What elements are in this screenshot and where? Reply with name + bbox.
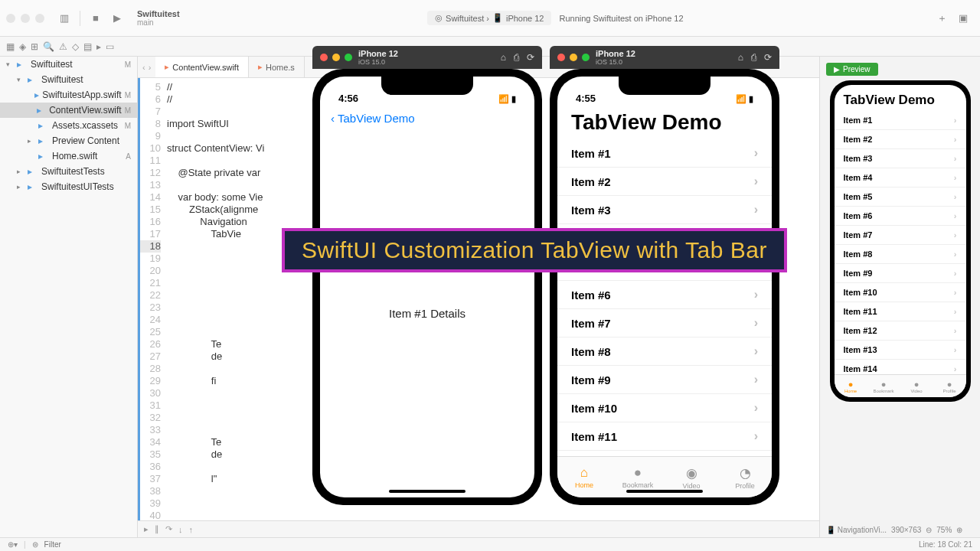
home-icon[interactable]: ⌂ — [501, 52, 506, 63]
nav-item[interactable]: ▸ContentView.swiftM — [0, 103, 137, 118]
list-row[interactable]: Item #10› — [557, 394, 772, 422]
minimize-light[interactable] — [21, 14, 30, 23]
screenshot-icon[interactable]: ⎙ — [514, 52, 519, 63]
tab-profile[interactable]: ●Profile — [933, 375, 966, 397]
tab-profile[interactable]: ◔Profile — [718, 457, 772, 497]
sim-min-icon[interactable] — [332, 54, 340, 61]
sidebar-toggle-icon[interactable]: ▥ — [55, 9, 74, 28]
forward-icon[interactable]: › — [149, 63, 152, 72]
list-row[interactable]: Item #5› — [835, 187, 966, 207]
chevron-right-icon: › — [754, 288, 758, 302]
nav-item[interactable]: ▸SwiftuitestApp.swiftM — [0, 87, 137, 103]
list-row[interactable]: Item #7› — [835, 226, 966, 245]
tab-video[interactable]: ●Video — [900, 375, 933, 397]
preview-resume-button[interactable]: ▶ Preview — [826, 63, 878, 76]
breakpoint-icon[interactable]: ▸ — [144, 524, 149, 534]
list-row[interactable]: Item #1› — [835, 111, 966, 130]
window-toolbar: ▥ ■ ▶ Swiftuitest main ◎ Swiftuitest › 📱… — [0, 0, 980, 37]
report-nav-icon[interactable]: ▭ — [106, 41, 114, 52]
continue-icon[interactable]: ∥ — [155, 524, 159, 534]
list-row[interactable]: Item #2› — [557, 168, 772, 196]
folder-nav-icon[interactable]: ▦ — [6, 41, 15, 52]
filter-icon[interactable]: ⊜ — [32, 540, 38, 549]
add-target-icon[interactable]: ⊕▾ — [8, 540, 18, 549]
step-in-icon[interactable]: ↓ — [178, 525, 183, 534]
step-out-icon[interactable]: ↑ — [189, 525, 194, 534]
symbol-nav-icon[interactable]: ⊞ — [31, 41, 38, 52]
zoom-in-icon[interactable]: ⊕ — [956, 526, 962, 534]
list-row[interactable]: Item #13› — [835, 341, 966, 360]
zoom-light[interactable] — [35, 14, 44, 23]
play-icon: ▶ — [834, 65, 840, 73]
editor-tab[interactable]: ▸ContentView.swift — [155, 57, 249, 77]
step-over-icon[interactable]: ↷ — [165, 524, 172, 534]
activity-status: Running Swiftuitest on iPhone 12 — [559, 14, 683, 23]
list-row[interactable]: Item #9› — [557, 366, 772, 394]
breakpoint-nav-icon[interactable]: ▸ — [96, 41, 101, 52]
list-row[interactable]: Item #12› — [557, 451, 772, 456]
list-row[interactable]: Item #12› — [835, 321, 966, 341]
sim-close-icon[interactable] — [320, 54, 328, 61]
list-row[interactable]: Item #3› — [557, 196, 772, 224]
sim-close-icon[interactable] — [557, 54, 565, 61]
find-nav-icon[interactable]: 🔍 — [43, 41, 54, 52]
list-row[interactable]: Item #11› — [557, 422, 772, 451]
debug-nav-icon[interactable]: ▤ — [83, 41, 92, 52]
run-destination[interactable]: ◎ Swiftuitest › 📱 iPhone 12 — [427, 11, 551, 25]
zoom-out-icon[interactable]: ⊖ — [926, 526, 932, 534]
project-navigator: ▾▸SwiftuitestM▾▸Swiftuitest▸SwiftuitestA… — [0, 57, 138, 537]
back-button[interactable]: ‹ TabView Demo — [320, 107, 534, 129]
nav-item[interactable]: ▸▸SwiftuitestUITests — [0, 179, 137, 194]
canvas-preview: ▶ Preview TabView Demo Item #1›Item #2›I… — [819, 57, 980, 537]
simulator-list: iPhone 12 iOS 15.0 ⌂ ⎙ ⟳ 4:55📶 ▮ TabView… — [550, 46, 779, 505]
tab-bookmark[interactable]: ●Bookmark — [867, 375, 900, 397]
list-row[interactable]: Item #11› — [835, 302, 966, 321]
list-row[interactable]: Item #10› — [835, 283, 966, 302]
nav-item[interactable]: ▸▸Preview Content — [0, 133, 137, 148]
chevron-right-icon: › — [754, 316, 758, 330]
list-row[interactable]: Item #4› — [835, 168, 966, 187]
list-row[interactable]: Item #14› — [835, 360, 966, 374]
device-selector[interactable]: 📱 NavigationVi... — [826, 526, 887, 534]
add-button[interactable]: ＋ — [933, 9, 951, 28]
scheme-selector[interactable]: Swiftuitest main — [137, 9, 180, 27]
tab-home[interactable]: ●Home — [835, 375, 867, 397]
list-row[interactable]: Item #3› — [835, 149, 966, 168]
editor-tab[interactable]: ▸Home.s — [249, 57, 305, 77]
close-light[interactable] — [6, 14, 15, 23]
test-nav-icon[interactable]: ◇ — [72, 41, 79, 52]
back-icon[interactable]: ‹ — [142, 63, 145, 72]
tab-home[interactable]: ⌂Home — [557, 457, 611, 497]
nav-item[interactable]: ▸▸SwiftuitestTests — [0, 164, 137, 179]
list-row[interactable]: Item #6› — [835, 207, 966, 226]
device-icon: 📱 — [492, 13, 503, 23]
filter-input[interactable] — [44, 540, 106, 549]
rotate-icon[interactable]: ⟳ — [527, 52, 534, 63]
target-icon: ◎ — [435, 13, 443, 23]
list-row[interactable]: Item #9› — [835, 264, 966, 283]
scm-nav-icon[interactable]: ◈ — [19, 41, 26, 52]
nav-item[interactable]: ▾▸SwiftuitestM — [0, 57, 137, 72]
list-row[interactable]: Item #6› — [557, 281, 772, 309]
sim-zoom-icon[interactable] — [582, 54, 590, 61]
home-icon[interactable]: ⌂ — [738, 52, 743, 63]
sim-zoom-icon[interactable] — [345, 54, 352, 61]
editor-footer: ▸ ∥ ↷ ↓ ↑ — [138, 520, 819, 537]
issue-nav-icon[interactable]: ⚠ — [59, 41, 67, 52]
list-row[interactable]: Item #8› — [835, 245, 966, 264]
rotate-icon[interactable]: ⟳ — [764, 52, 772, 63]
list-row[interactable]: Item #7› — [557, 309, 772, 337]
library-button[interactable]: ▣ — [954, 9, 972, 28]
run-button[interactable]: ▶ — [108, 9, 126, 28]
stop-button[interactable]: ■ — [87, 9, 105, 28]
list-row[interactable]: Item #1› — [557, 139, 772, 168]
sim-min-icon[interactable] — [570, 54, 577, 61]
traffic-lights — [6, 14, 44, 23]
nav-item[interactable]: ▾▸Swiftuitest — [0, 72, 137, 87]
preview-title: TabView Demo — [835, 85, 966, 111]
list-row[interactable]: Item #8› — [557, 337, 772, 366]
screenshot-icon[interactable]: ⎙ — [751, 52, 756, 63]
nav-item[interactable]: ▸Home.swiftA — [0, 148, 137, 164]
nav-item[interactable]: ▸Assets.xcassetsM — [0, 118, 137, 133]
list-row[interactable]: Item #2› — [835, 130, 966, 149]
